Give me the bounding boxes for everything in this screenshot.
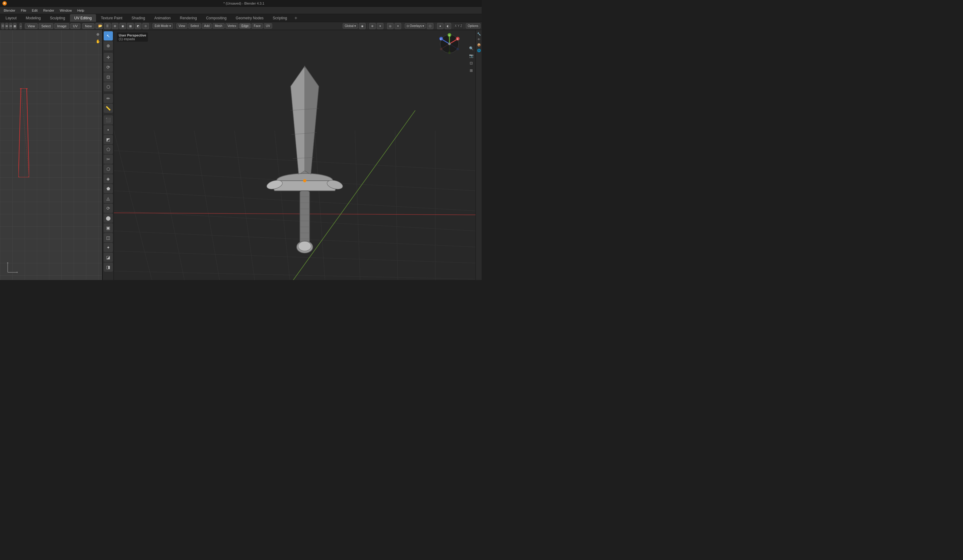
uv-pan[interactable]: ✋ xyxy=(95,38,101,44)
tab-texture-paint[interactable]: Texture Paint xyxy=(97,14,127,22)
vp-display-mode2[interactable]: ▣ xyxy=(119,23,126,29)
vp-mesh-menu[interactable]: Mesh xyxy=(212,23,224,29)
tab-scripting[interactable]: Scripting xyxy=(268,14,292,22)
uv-select-menu[interactable]: Select xyxy=(39,23,54,29)
menu-render[interactable]: Render xyxy=(41,8,57,13)
add-workspace-button[interactable]: + xyxy=(292,14,300,22)
uv-display-mode-btn2[interactable]: ⊟ xyxy=(9,23,12,29)
vp-view-menu[interactable]: View xyxy=(177,23,188,29)
menu-file[interactable]: File xyxy=(18,8,29,13)
uv-display-mode-btn[interactable]: ⊞ xyxy=(5,23,8,29)
tool-move[interactable]: ✛ xyxy=(104,53,113,62)
tool-offset-edge[interactable]: ⬡ xyxy=(104,164,113,173)
vp-toggle-quad[interactable]: ⊞ xyxy=(468,68,474,74)
vp-uv-menu[interactable]: UV xyxy=(264,23,272,29)
svg-text:Z: Z xyxy=(440,38,442,40)
rs-scene[interactable]: 🌐 xyxy=(477,48,481,53)
svg-text:Y: Y xyxy=(449,34,450,37)
vp-face-menu[interactable]: Face xyxy=(251,23,263,29)
tool-extrude2[interactable]: ▪ xyxy=(104,125,113,134)
tool-spin[interactable]: ⟳ xyxy=(104,204,113,213)
tool-bevel[interactable]: ⬠ xyxy=(104,145,113,154)
blender-icon: B xyxy=(2,1,7,5)
tool-shrink-fatten[interactable]: ✦ xyxy=(104,243,113,252)
tab-uv-editing[interactable]: UV Editing xyxy=(70,14,96,22)
uv-zoom-btn[interactable]: ⌕ xyxy=(19,23,22,29)
tab-compositing[interactable]: Compositing xyxy=(202,14,231,22)
vp-xray[interactable]: ⬡ xyxy=(427,23,433,29)
viewport-gizmo[interactable]: X Y Z xyxy=(439,33,460,55)
tool-extrude[interactable]: ⬛ xyxy=(104,115,113,125)
uv-image-menu[interactable]: Image xyxy=(54,23,69,29)
tool-push-pull[interactable]: ◪ xyxy=(104,253,113,262)
svg-line-1 xyxy=(18,88,21,177)
vp-display-mode[interactable]: ⊞ xyxy=(112,23,118,29)
vp-viewport-shading-solid[interactable]: ● xyxy=(437,23,444,29)
rs-view[interactable]: 👁 xyxy=(477,37,481,42)
vp-menu-toggle[interactable]: ☰ xyxy=(104,23,111,29)
vp-viewport-shading-rendered[interactable]: ◐ xyxy=(444,23,451,29)
vp-display-mode5[interactable]: ⊙ xyxy=(143,23,149,29)
tab-geometry-nodes[interactable]: Geometry Nodes xyxy=(231,14,268,22)
rs-tool[interactable]: 🔧 xyxy=(477,31,481,36)
vp-view-camera[interactable]: 📷 xyxy=(468,53,474,59)
tab-shading[interactable]: Shading xyxy=(127,14,149,22)
vp-view-all[interactable]: ⊡ xyxy=(468,60,474,66)
tab-sculpting[interactable]: Sculpting xyxy=(46,14,69,22)
uv-header-menu-toggle[interactable]: ☰ xyxy=(1,23,4,29)
svg-point-77 xyxy=(457,48,459,50)
vp-edge-menu[interactable]: Edge xyxy=(239,23,251,29)
tab-modeling[interactable]: Modeling xyxy=(21,14,45,22)
vp-display-mode3[interactable]: ▦ xyxy=(127,23,134,29)
tool-select-box[interactable]: ↖ xyxy=(104,31,113,40)
viewport-3d[interactable]: User Perspective (1) espada X xyxy=(114,30,475,280)
viewport-panel: ☰ ⊞ ▣ ▦ ◩ ⊙ Edit Mode ▾ View Select Add … xyxy=(103,22,481,280)
menu-window[interactable]: Window xyxy=(57,8,74,13)
vp-zoom-in[interactable]: 🔍 xyxy=(468,45,474,52)
uv-display-mode-btn3[interactable]: ▦ xyxy=(13,23,16,29)
vp-proportional-type[interactable]: ▾ xyxy=(394,23,401,29)
uv-canvas: ⊕ ✋ xyxy=(0,30,102,280)
vp-select-menu[interactable]: Select xyxy=(188,23,201,29)
tool-bisect[interactable]: ⬟ xyxy=(104,184,113,193)
perspective-label: User Perspective xyxy=(119,34,146,37)
tool-scale[interactable]: ⊡ xyxy=(104,72,113,82)
vp-options-btn[interactable]: Options xyxy=(466,23,480,29)
menu-edit[interactable]: Edit xyxy=(29,8,40,13)
vp-snap-settings[interactable]: ▾ xyxy=(377,23,384,29)
vp-overlays[interactable]: ⊙ Overlays ▾ xyxy=(405,23,425,29)
tool-smooth[interactable]: ⬤ xyxy=(104,214,113,223)
tool-cursor[interactable]: ⊕ xyxy=(104,41,113,50)
rs-item[interactable]: 📦 xyxy=(477,42,481,47)
vp-pivot-point[interactable]: ◉ xyxy=(359,23,366,29)
tool-shear[interactable]: ◨ xyxy=(104,262,113,272)
separator9 xyxy=(453,23,453,29)
vp-transform-origin[interactable]: Global ▾ xyxy=(343,23,358,29)
tool-loop-cut[interactable]: ✂ xyxy=(104,155,113,164)
tool-inset[interactable]: ◩ xyxy=(104,135,113,144)
vp-display-mode4[interactable]: ◩ xyxy=(135,23,141,29)
uv-zoom-fit[interactable]: ⊕ xyxy=(95,31,101,37)
uv-uv-menu[interactable]: UV xyxy=(70,23,80,29)
vp-proportional[interactable]: ◎ xyxy=(387,23,394,29)
tool-measure[interactable]: 📏 xyxy=(104,104,113,113)
tool-rotate[interactable]: ⟳ xyxy=(104,63,113,72)
vp-snap-toggle[interactable]: ⊕ xyxy=(369,23,376,29)
uv-new-btn[interactable]: New xyxy=(82,23,94,29)
tab-animation[interactable]: Animation xyxy=(150,14,175,22)
uv-view-menu[interactable]: View xyxy=(25,23,38,29)
vp-xyz-label: X Y Z xyxy=(455,24,462,28)
tab-rendering[interactable]: Rendering xyxy=(175,14,201,22)
tool-knife[interactable]: ◈ xyxy=(104,174,113,183)
vp-vertex-menu[interactable]: Vertex xyxy=(225,23,238,29)
menu-blender[interactable]: Blender xyxy=(1,8,18,13)
tab-layout[interactable]: Layout xyxy=(1,14,21,22)
vp-add-menu[interactable]: Add xyxy=(202,23,212,29)
tool-edge-slide[interactable]: ◫ xyxy=(104,233,113,242)
edit-mode-selector[interactable]: Edit Mode ▾ xyxy=(152,23,173,29)
tool-randomize[interactable]: ▣ xyxy=(104,223,113,233)
tool-annotate[interactable]: ✏ xyxy=(104,94,113,103)
tool-poly-build[interactable]: ◬ xyxy=(104,194,113,203)
menu-help[interactable]: Help xyxy=(75,8,87,13)
tool-transform[interactable]: ⬡ xyxy=(104,82,113,91)
